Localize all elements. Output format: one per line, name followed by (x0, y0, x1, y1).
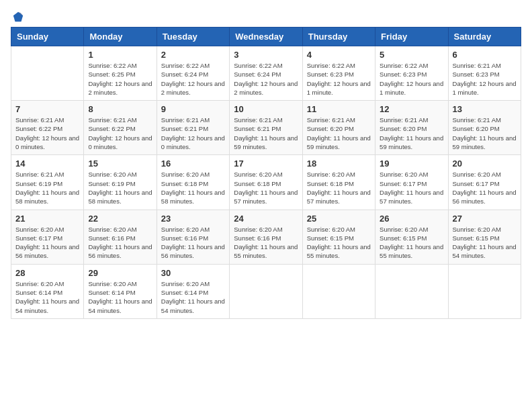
calendar-weekday-monday: Monday (84, 28, 157, 46)
calendar-weekday-sunday: Sunday (11, 28, 84, 46)
sunrise-text: Sunrise: 6:20 AM (161, 226, 210, 233)
sunset-text: Sunset: 6:16 PM (88, 234, 135, 242)
calendar-weekday-wednesday: Wednesday (230, 28, 302, 46)
calendar-cell: 14 Sunrise: 6:21 AM Sunset: 6:19 PM Dayl… (11, 155, 84, 210)
daylight-text: Daylight: 11 hours and 54 minutes. (453, 243, 517, 259)
daylight-text: Daylight: 12 hours and 2 minutes. (161, 80, 225, 96)
sunrise-text: Sunrise: 6:20 AM (88, 226, 136, 233)
daylight-text: Daylight: 12 hours and 0 minutes. (15, 134, 79, 150)
sunrise-text: Sunrise: 6:20 AM (234, 226, 282, 233)
daylight-text: Daylight: 11 hours and 59 minutes. (380, 134, 443, 150)
day-number: 10 (234, 104, 298, 114)
day-number: 2 (161, 50, 225, 60)
day-number: 20 (453, 158, 517, 169)
calendar-cell: 15 Sunrise: 6:20 AM Sunset: 6:19 PM Dayl… (84, 155, 157, 210)
daylight-text: Daylight: 11 hours and 59 minutes. (453, 134, 517, 150)
day-number: 12 (380, 104, 443, 114)
day-info: Sunrise: 6:20 AM Sunset: 6:14 PM Dayligh… (88, 279, 152, 315)
calendar-cell: 19 Sunrise: 6:20 AM Sunset: 6:17 PM Dayl… (375, 155, 448, 210)
calendar-cell (302, 264, 375, 318)
day-info: Sunrise: 6:20 AM Sunset: 6:18 PM Dayligh… (234, 170, 298, 205)
daylight-text: Daylight: 11 hours and 58 minutes. (88, 189, 152, 205)
daylight-text: Daylight: 11 hours and 56 minutes. (15, 243, 79, 259)
calendar-cell: 29 Sunrise: 6:20 AM Sunset: 6:14 PM Dayl… (84, 264, 157, 318)
sunset-text: Sunset: 6:15 PM (307, 234, 354, 242)
day-info: Sunrise: 6:21 AM Sunset: 6:20 PM Dayligh… (380, 116, 443, 151)
calendar-cell: 26 Sunrise: 6:20 AM Sunset: 6:15 PM Dayl… (375, 210, 448, 264)
sunset-text: Sunset: 6:15 PM (453, 234, 500, 242)
sunset-text: Sunset: 6:15 PM (380, 234, 427, 242)
day-info: Sunrise: 6:22 AM Sunset: 6:24 PM Dayligh… (161, 61, 225, 97)
day-info: Sunrise: 6:20 AM Sunset: 6:17 PM Dayligh… (380, 170, 443, 205)
calendar-cell: 5 Sunrise: 6:22 AM Sunset: 6:23 PM Dayli… (375, 46, 448, 101)
calendar-week-row: 7 Sunrise: 6:21 AM Sunset: 6:22 PM Dayli… (11, 101, 521, 155)
sunset-text: Sunset: 6:23 PM (380, 71, 427, 78)
day-number: 4 (307, 50, 371, 60)
day-number: 26 (380, 214, 443, 224)
daylight-text: Daylight: 11 hours and 57 minutes. (234, 189, 298, 205)
day-number: 11 (307, 104, 371, 114)
calendar-week-row: 21 Sunrise: 6:20 AM Sunset: 6:17 PM Dayl… (11, 210, 521, 264)
calendar-weekday-thursday: Thursday (302, 28, 375, 46)
day-info: Sunrise: 6:20 AM Sunset: 6:16 PM Dayligh… (161, 225, 225, 261)
day-number: 22 (88, 214, 152, 224)
day-info: Sunrise: 6:20 AM Sunset: 6:19 PM Dayligh… (88, 170, 152, 205)
day-number: 1 (88, 50, 152, 60)
day-info: Sunrise: 6:22 AM Sunset: 6:23 PM Dayligh… (380, 61, 443, 97)
sunset-text: Sunset: 6:21 PM (234, 125, 281, 132)
daylight-text: Daylight: 11 hours and 58 minutes. (161, 189, 225, 205)
sunset-text: Sunset: 6:14 PM (15, 289, 62, 296)
day-number: 17 (234, 158, 298, 169)
daylight-text: Daylight: 12 hours and 2 minutes. (234, 80, 298, 96)
calendar-cell: 18 Sunrise: 6:20 AM Sunset: 6:18 PM Dayl… (302, 155, 375, 210)
calendar-week-row: 28 Sunrise: 6:20 AM Sunset: 6:14 PM Dayl… (11, 264, 521, 318)
day-info: Sunrise: 6:21 AM Sunset: 6:19 PM Dayligh… (15, 170, 79, 205)
day-info: Sunrise: 6:20 AM Sunset: 6:17 PM Dayligh… (453, 170, 517, 205)
calendar-cell (448, 264, 521, 318)
calendar-weekday-friday: Friday (375, 28, 448, 46)
sunrise-text: Sunrise: 6:22 AM (307, 62, 355, 69)
day-number: 14 (15, 158, 79, 169)
daylight-text: Daylight: 11 hours and 57 minutes. (380, 189, 443, 205)
sunrise-text: Sunrise: 6:21 AM (380, 116, 428, 124)
sunset-text: Sunset: 6:19 PM (15, 180, 62, 187)
sunrise-text: Sunrise: 6:20 AM (15, 226, 64, 233)
day-number: 9 (161, 104, 225, 114)
day-info: Sunrise: 6:21 AM Sunset: 6:21 PM Dayligh… (161, 116, 225, 151)
sunrise-text: Sunrise: 6:20 AM (307, 226, 355, 233)
day-number: 28 (15, 268, 79, 278)
sunrise-text: Sunrise: 6:21 AM (15, 116, 64, 124)
daylight-text: Daylight: 11 hours and 54 minutes. (15, 298, 79, 314)
day-number: 30 (161, 268, 225, 278)
calendar-cell: 13 Sunrise: 6:21 AM Sunset: 6:20 PM Dayl… (448, 101, 521, 155)
sunrise-text: Sunrise: 6:21 AM (234, 116, 282, 124)
day-info: Sunrise: 6:21 AM Sunset: 6:21 PM Dayligh… (234, 116, 298, 151)
calendar-week-row: 1 Sunrise: 6:22 AM Sunset: 6:25 PM Dayli… (11, 46, 521, 101)
calendar-weekday-saturday: Saturday (448, 28, 521, 46)
calendar-cell: 7 Sunrise: 6:21 AM Sunset: 6:22 PM Dayli… (11, 101, 84, 155)
calendar-cell (11, 46, 84, 101)
day-number: 5 (380, 50, 443, 60)
sunrise-text: Sunrise: 6:20 AM (161, 171, 210, 178)
sunrise-text: Sunrise: 6:21 AM (307, 116, 355, 124)
daylight-text: Daylight: 11 hours and 56 minutes. (88, 243, 152, 259)
daylight-text: Daylight: 11 hours and 58 minutes. (15, 189, 79, 205)
day-info: Sunrise: 6:22 AM Sunset: 6:25 PM Dayligh… (88, 61, 152, 97)
daylight-text: Daylight: 11 hours and 55 minutes. (234, 243, 298, 259)
daylight-text: Daylight: 12 hours and 1 minute. (380, 80, 443, 96)
sunset-text: Sunset: 6:14 PM (88, 289, 135, 296)
sunset-text: Sunset: 6:18 PM (307, 180, 354, 187)
daylight-text: Daylight: 11 hours and 54 minutes. (161, 298, 225, 314)
calendar-cell: 21 Sunrise: 6:20 AM Sunset: 6:17 PM Dayl… (11, 210, 84, 264)
sunset-text: Sunset: 6:16 PM (234, 234, 281, 242)
calendar-cell: 2 Sunrise: 6:22 AM Sunset: 6:24 PM Dayli… (157, 46, 229, 101)
day-info: Sunrise: 6:21 AM Sunset: 6:22 PM Dayligh… (15, 116, 79, 151)
calendar-header-row: SundayMondayTuesdayWednesdayThursdayFrid… (11, 28, 521, 46)
calendar-cell: 20 Sunrise: 6:20 AM Sunset: 6:17 PM Dayl… (448, 155, 521, 210)
calendar-cell: 17 Sunrise: 6:20 AM Sunset: 6:18 PM Dayl… (230, 155, 302, 210)
sunrise-text: Sunrise: 6:20 AM (234, 171, 282, 178)
sunrise-text: Sunrise: 6:20 AM (88, 171, 136, 178)
day-number: 21 (15, 214, 79, 224)
sunset-text: Sunset: 6:20 PM (380, 125, 427, 132)
sunrise-text: Sunrise: 6:21 AM (88, 116, 136, 124)
